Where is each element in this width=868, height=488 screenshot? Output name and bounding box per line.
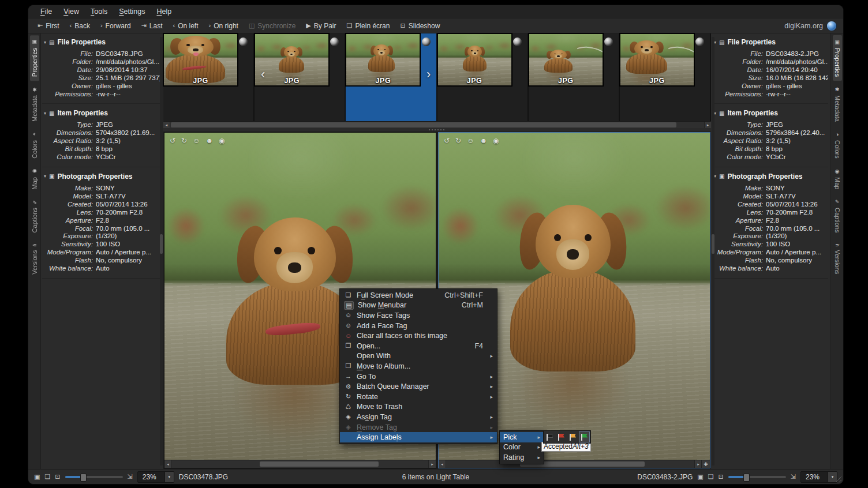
menu-item-go-to[interactable]: → Go To ▸ <box>340 371 497 382</box>
item-properties-header[interactable]: ▾ ▦ Item Properties <box>42 108 161 121</box>
item-properties-header[interactable]: ▾ ▦ Item Properties <box>712 108 828 121</box>
last-button[interactable]: ⇥ Last <box>137 20 167 32</box>
scrollbar-thumb[interactable] <box>260 461 379 467</box>
thumbnail-item[interactable]: JPG <box>255 33 346 121</box>
show-face-tags-icon[interactable]: ☺ <box>467 137 474 145</box>
fit-window-icon[interactable]: ❏ <box>708 474 714 480</box>
menu-item-remove-tag[interactable]: ◈ Remove Tag ▸ <box>340 422 497 433</box>
tab-captions[interactable]: ✎ Captions <box>833 195 842 237</box>
thumbnail-item[interactable]: JPG <box>620 33 711 121</box>
tab-metadata[interactable]: ✱ Metadata <box>833 82 842 126</box>
scrollbar-thumb[interactable] <box>171 122 676 127</box>
menu-item-assign-tag[interactable]: ◈ Assign Tag ▸ <box>340 412 497 422</box>
menu-file[interactable]: File <box>35 6 57 17</box>
fit-selection-icon[interactable]: ⊡ <box>55 474 60 480</box>
zoom-100-icon[interactable]: ▣ <box>697 474 703 480</box>
on-left-button[interactable]: ‹ On left <box>169 20 203 32</box>
rotate-left-icon[interactable]: ↺ <box>444 137 450 145</box>
scroll-right-icon[interactable]: ▸ <box>428 460 436 468</box>
tab-versions[interactable]: ⋔ Versions <box>833 239 842 279</box>
fit-window-icon[interactable]: ❏ <box>44 474 50 480</box>
menu-item-show-face-tags[interactable]: ☺ Show Face Tags <box>340 310 497 321</box>
rotate-left-icon[interactable]: ↺ <box>170 137 175 145</box>
zoom-level-dropdown[interactable]: 23% ▾ <box>800 471 837 483</box>
right-pane-scrollbar[interactable]: ◂ ▸ ✚ <box>439 460 710 468</box>
add-face-tag-icon[interactable]: ☻ <box>480 137 487 145</box>
pan-icon[interactable]: ✚ <box>701 460 710 468</box>
scroll-left-icon[interactable]: ◂ <box>439 460 446 468</box>
menu-item-open[interactable]: ❐ Open... F4 <box>340 341 497 351</box>
scroll-right-icon[interactable]: ▸ <box>704 122 711 128</box>
slideshow-button[interactable]: ⊡ Slideshow <box>395 20 444 32</box>
first-button[interactable]: ⇤ First <box>33 20 64 32</box>
menu-item-move-to-album[interactable]: ❒ Move to Album... <box>340 361 497 371</box>
thumbnail-item[interactable]: JPG <box>163 33 255 121</box>
scroll-left-icon[interactable]: ◂ <box>163 122 170 128</box>
chevron-down-icon[interactable]: ▾ <box>828 472 837 482</box>
submenu-pick[interactable]: Pick ▸ <box>500 432 544 442</box>
chevron-left-icon[interactable]: ‹ <box>261 67 265 82</box>
tab-map[interactable]: ◉ Map <box>833 164 842 193</box>
back-button[interactable]: ‹ Back <box>65 20 95 32</box>
menu-item-open-with[interactable]: Open With ▸ <box>340 351 497 362</box>
menu-item-show-menubar[interactable]: ▤ Show Menubar Ctrl+M <box>340 301 497 311</box>
flag-button[interactable] <box>556 431 567 442</box>
menu-item-add-a-face-tag[interactable]: ☺ Add a Face Tag <box>340 321 497 331</box>
tab-versions[interactable]: Versions ⋔ <box>30 239 39 279</box>
flag-button[interactable] <box>544 431 555 442</box>
tab-properties[interactable]: ▣ Properties <box>833 35 842 81</box>
menu-item-full-screen-mode[interactable]: ❏ Full Screen Mode Ctrl+Shift+F <box>340 290 497 301</box>
tab-colors[interactable]: ◑ Colors <box>833 127 842 163</box>
menu-help[interactable]: Help <box>151 6 177 17</box>
zoom-slider[interactable] <box>65 476 123 478</box>
synchronize-button[interactable]: ◫ Synchronize <box>244 20 300 32</box>
slideshow-icon[interactable]: ◉ <box>219 137 225 145</box>
left-pane-scrollbar[interactable]: ◂ ▸ <box>164 460 436 468</box>
tab-colors[interactable]: Colors ◑ <box>30 127 39 163</box>
thumbnail-item[interactable]: JPG <box>346 33 437 121</box>
flag-button[interactable] <box>567 431 578 442</box>
tab-map[interactable]: Map ◉ <box>30 164 39 193</box>
photograph-properties-header[interactable]: ▾ ▣ Photograph Properties <box>42 171 161 185</box>
menu-item-assign-labels[interactable]: Assign Labels ▸ <box>340 432 497 442</box>
zoom-fit-icon[interactable]: ⇲ <box>128 474 133 480</box>
thumbnail-scrollbar[interactable]: ◂ ▸ <box>163 121 711 128</box>
fit-selection-icon[interactable]: ⊡ <box>719 474 724 480</box>
zoom-fit-icon[interactable]: ⇲ <box>791 474 796 480</box>
zoom-100-icon[interactable]: ▣ <box>34 474 40 480</box>
photograph-properties-header[interactable]: ▾ ▣ Photograph Properties <box>712 171 828 185</box>
panel-scrollbar[interactable] <box>712 37 714 466</box>
by-pair-button[interactable]: ▶ By Pair <box>301 20 341 32</box>
menu-tools[interactable]: Tools <box>85 6 113 17</box>
thumbnail-item[interactable]: JPG <box>437 33 529 121</box>
menu-settings[interactable]: Settings <box>114 6 150 17</box>
on-right-button[interactable]: › On right <box>204 20 243 32</box>
chevron-down-icon[interactable]: ▾ <box>164 472 174 482</box>
menu-view[interactable]: View <box>58 6 84 17</box>
menu-item-clear-all-faces[interactable]: ☺ Clear all faces on this image <box>340 331 497 341</box>
zoom-level-dropdown[interactable]: 23% ▾ <box>137 471 174 483</box>
chevron-right-icon[interactable]: › <box>426 67 431 82</box>
slideshow-icon[interactable]: ◉ <box>493 137 499 145</box>
tab-metadata[interactable]: Metadata ✱ <box>30 82 39 126</box>
tab-captions[interactable]: Captions ✎ <box>30 195 39 237</box>
submenu-rating[interactable]: Rating ▸ <box>500 452 544 463</box>
file-properties-header[interactable]: ▾ ▤ File Properties <box>42 37 161 50</box>
rotate-right-icon[interactable]: ↻ <box>455 137 461 145</box>
menu-item-move-to-trash[interactable]: ♺ Move to Trash <box>340 402 497 412</box>
add-face-tag-icon[interactable]: ☻ <box>205 137 213 145</box>
zoom-slider[interactable] <box>728 476 786 478</box>
panel-scrollbar[interactable] <box>160 37 163 466</box>
tab-properties[interactable]: Properties ▣ <box>30 35 39 81</box>
file-properties-header[interactable]: ▾ ▤ File Properties <box>712 37 828 50</box>
submenu-color[interactable]: Color ▸ <box>500 442 544 453</box>
menu-item-rotate[interactable]: ↻ Rotate ▸ <box>340 392 497 402</box>
rotate-right-icon[interactable]: ↻ <box>181 137 187 145</box>
menu-item-batch-queue-manager[interactable]: ⚙ Batch Queue Manager ▸ <box>340 381 497 392</box>
scroll-left-icon[interactable]: ◂ <box>164 460 172 468</box>
show-face-tags-icon[interactable]: ☺ <box>193 137 200 145</box>
flag-button[interactable] <box>579 431 590 442</box>
forward-button[interactable]: › Forward <box>96 20 136 32</box>
thumbnail-item[interactable]: JPG <box>529 33 620 121</box>
fullscreen-button[interactable]: ❏ Plein écran <box>342 20 395 32</box>
